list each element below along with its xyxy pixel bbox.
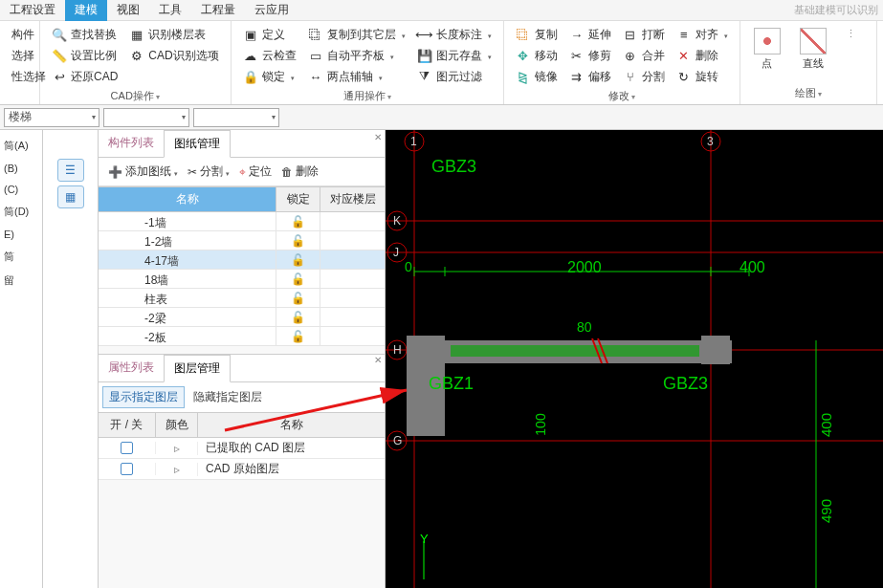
btn-delete[interactable]: ✕删除 (671, 45, 734, 66)
group-cad-ops: CAD操作 (40, 87, 231, 107)
drawing-row[interactable]: 柱表🔓 (99, 289, 385, 308)
cad-canvas[interactable]: GBZ3 GBZ1 GBZ3 1 3 K J H G 0 2000 400 80… (386, 130, 883, 588)
btn-locate[interactable]: ⌖定位 (235, 162, 276, 182)
lock-icon[interactable]: 🔓 (291, 272, 305, 286)
left-item[interactable]: (B) (2, 158, 40, 179)
btn-add-drawing[interactable]: ➕添加图纸 (104, 162, 182, 182)
btn-restore-cad[interactable]: ↩还原CAD (46, 66, 123, 87)
group-general-ops: 通用操作 (232, 87, 503, 107)
axis-icon: ↔ (308, 69, 323, 84)
btn-length-dim[interactable]: ⟷长度标注 (411, 24, 497, 45)
menu-quantity[interactable]: 工程量 (191, 0, 245, 21)
group-draw: 绘图 (740, 84, 876, 104)
point-icon (754, 28, 781, 54)
tab-layer-manage[interactable]: 图层管理 (164, 355, 231, 382)
lock-icon[interactable]: 🔓 (291, 330, 305, 343)
btn-delete-drawing[interactable]: 🗑删除 (277, 162, 322, 182)
tab-component-list[interactable]: 构件列表 (99, 130, 164, 157)
btn-find-replace[interactable]: 🔍查找替换 (46, 24, 123, 45)
lock-icon[interactable]: 🔓 (291, 311, 305, 324)
drawing-row[interactable]: -1墙🔓 (99, 212, 385, 231)
drawing-row[interactable]: 1-2墙🔓 (99, 231, 385, 250)
col-lock: 锁定 (276, 187, 320, 211)
btn-break[interactable]: ⊟打断 (617, 24, 671, 45)
btn-extend[interactable]: →延伸 (563, 24, 617, 45)
dimension-icon: ⟷ (417, 27, 432, 42)
drawing-row[interactable]: -2梁🔓 (99, 308, 385, 327)
restore-icon: ↩ (52, 69, 67, 84)
menu-project-settings[interactable]: 工程设置 (0, 0, 65, 21)
left-item[interactable]: 筒(D) (2, 200, 40, 224)
btn-split-drawing[interactable]: ✂分割 (184, 162, 233, 182)
btn-move[interactable]: ✥移动 (510, 45, 563, 66)
split-icon: ⑂ (623, 69, 638, 84)
btn-cad-options[interactable]: ⚙CAD识别选项 (123, 45, 224, 66)
define-icon: ▣ (243, 27, 258, 42)
menu-view[interactable]: 视图 (107, 0, 149, 21)
align-icon: ≡ (676, 27, 692, 42)
left-item[interactable]: (C) (2, 179, 40, 200)
side-toolbar: ☰ ▦ (43, 130, 99, 588)
side-list-icon[interactable]: ☰ (57, 159, 84, 182)
combo-3[interactable] (193, 108, 279, 127)
panel-close-icon[interactable]: ✕ (374, 132, 382, 142)
layer-row[interactable]: ▹已提取的 CAD 图层 (99, 438, 385, 459)
expand-icon[interactable]: ▹ (174, 463, 180, 476)
btn-define[interactable]: ▣定义 (237, 24, 302, 45)
panel2-close-icon[interactable]: ✕ (374, 355, 382, 365)
tab-drawing-manage[interactable]: 图纸管理 (164, 130, 231, 158)
layer-checkbox[interactable] (121, 442, 133, 454)
btn-hide-layer[interactable]: 隐藏指定图层 (187, 386, 269, 408)
side-grid-icon[interactable]: ▦ (57, 185, 84, 208)
btn-merge[interactable]: ⊕合并 (617, 45, 671, 66)
lock-icon[interactable]: 🔓 (291, 253, 305, 267)
drawing-grid: 名称 锁定 对应楼层 -1墙🔓1-2墙🔓4-17墙🔓18墙🔓柱表🔓-2梁🔓-2板… (99, 186, 385, 346)
move-icon: ✥ (516, 48, 531, 63)
left-item[interactable]: 留 (2, 269, 40, 293)
lock-icon[interactable]: 🔓 (291, 215, 305, 229)
copy-floor-icon: ⿻ (308, 27, 323, 42)
btn-mirror[interactable]: ⧎镜像 (510, 66, 563, 87)
top-panel-tabs: 构件列表 图纸管理 (99, 130, 385, 158)
combo-floor[interactable]: 楼梯 (4, 108, 99, 127)
btn-ribbon-more[interactable]: ⋮ (838, 24, 871, 49)
left-item[interactable]: 筒 (2, 245, 40, 269)
drawing-row[interactable]: 4-17墙🔓 (99, 250, 385, 270)
menu-modeling[interactable]: 建模 (65, 0, 107, 21)
btn-show-layer[interactable]: 显示指定图层 (102, 386, 185, 408)
combo-2[interactable] (103, 108, 189, 127)
save-icon: 💾 (417, 48, 432, 63)
drawing-row[interactable]: -2板🔓 (99, 327, 385, 346)
btn-point[interactable]: 点 (746, 24, 788, 84)
btn-trim[interactable]: ✂修剪 (563, 45, 617, 66)
lock-icon[interactable]: 🔓 (291, 234, 305, 248)
tab-property-list[interactable]: 属性列表 (99, 355, 164, 381)
lock-icon[interactable]: 🔓 (291, 292, 305, 305)
btn-split[interactable]: ⑂分割 (617, 66, 671, 87)
btn-copy[interactable]: ⿻复制 (510, 24, 563, 45)
btn-identify-floor[interactable]: ▦识别楼层表 (123, 24, 224, 45)
btn-element-filter[interactable]: ⧩图元过滤 (411, 66, 497, 87)
menu-tools[interactable]: 工具 (149, 0, 191, 21)
btn-two-point-axis[interactable]: ↔两点辅轴 (302, 66, 411, 87)
align-slab-icon: ▭ (308, 48, 323, 63)
left-item[interactable]: 筒(A) (2, 134, 40, 158)
btn-save-element[interactable]: 💾图元存盘 (411, 45, 497, 66)
btn-cloud-check[interactable]: ☁云检查 (237, 45, 302, 66)
btn-set-scale[interactable]: 📏设置比例 (46, 45, 123, 66)
btn-auto-align[interactable]: ▭自动平齐板 (302, 45, 411, 66)
left-item[interactable]: E) (2, 224, 40, 245)
ribbon: 构件 选择 性选择 🔍查找替换 📏设置比例 ↩还原CAD ▦识别楼层表 ⚙CAD… (0, 21, 883, 105)
btn-copy-to-floor[interactable]: ⿻复制到其它层 (302, 24, 411, 45)
btn-align[interactable]: ≡对齐 (671, 24, 734, 45)
layer-checkbox[interactable] (121, 463, 133, 475)
btn-offset[interactable]: ⇉偏移 (563, 66, 617, 87)
expand-icon[interactable]: ▹ (174, 442, 180, 455)
sub-toolbar: 楼梯 (0, 105, 883, 130)
btn-lock[interactable]: 🔒锁定 (237, 66, 302, 87)
layer-row[interactable]: ▹CAD 原始图层 (99, 459, 385, 480)
menu-cloud[interactable]: 云应用 (245, 0, 298, 21)
btn-line[interactable]: 直线 (792, 24, 834, 84)
drawing-row[interactable]: 18墙🔓 (99, 270, 385, 289)
btn-rotate[interactable]: ↻旋转 (671, 66, 734, 87)
